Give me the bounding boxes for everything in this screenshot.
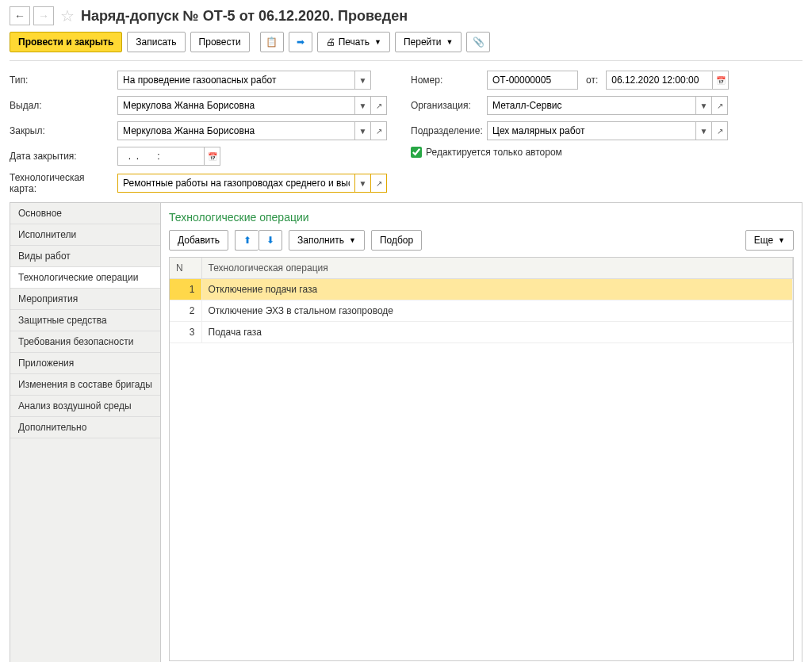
sidebar-item-main[interactable]: Основное <box>10 203 160 224</box>
org-field[interactable] <box>487 96 696 115</box>
col-op[interactable]: Технологическая операция <box>201 258 793 279</box>
fill-button[interactable]: Заполнить ▼ <box>289 230 365 251</box>
type-field[interactable] <box>117 71 355 90</box>
sidebar-item-protective[interactable]: Защитные средства <box>10 310 160 331</box>
print-button[interactable]: 🖨 Печать ▼ <box>317 32 390 52</box>
caret-down-icon: ▼ <box>446 38 453 46</box>
dept-field[interactable] <box>487 121 696 140</box>
type-label: Тип: <box>10 75 113 86</box>
type-dropdown[interactable]: ▼ <box>355 71 371 90</box>
arrow-up-icon: ⬆ <box>243 235 251 246</box>
sidebar-item-brigade-changes[interactable]: Изменения в составе бригады <box>10 374 160 396</box>
printer-icon: 🖨 <box>326 36 335 48</box>
caret-down-icon: ▼ <box>349 236 356 244</box>
sidebar-item-additional[interactable]: Дополнительно <box>10 417 160 438</box>
caret-down-icon: ▼ <box>374 38 381 46</box>
sidebar: Основное Исполнители Виды работ Технолог… <box>10 203 161 662</box>
sidebar-item-air-analysis[interactable]: Анализ воздушной среды <box>10 396 160 417</box>
dept-dropdown[interactable]: ▼ <box>696 121 712 140</box>
pick-button[interactable]: Подбор <box>371 230 422 251</box>
forward-action-button[interactable]: ➡ <box>289 32 312 52</box>
tech-card-open[interactable]: ↗ <box>371 174 387 193</box>
sidebar-item-attachments[interactable]: Приложения <box>10 353 160 374</box>
col-n[interactable]: N <box>170 258 201 279</box>
org-label: Организация: <box>411 100 482 111</box>
sidebar-item-activities[interactable]: Мероприятия <box>10 289 160 310</box>
date-field[interactable] <box>606 71 713 90</box>
calendar-button[interactable]: 📋 <box>260 32 284 52</box>
sidebar-item-work-types[interactable]: Виды работ <box>10 246 160 267</box>
table-row[interactable]: 2 Отключение ЭХЗ в стальном газопроводе <box>170 300 793 322</box>
dept-label: Подразделение: <box>411 125 482 136</box>
sidebar-item-tech-ops[interactable]: Технологические операции <box>10 267 160 289</box>
editable-label: Редактируется только автором <box>426 147 562 158</box>
arrow-right-icon: ➡ <box>297 36 304 48</box>
date-label: от: <box>586 75 598 86</box>
issued-open[interactable]: ↗ <box>371 96 387 115</box>
org-dropdown[interactable]: ▼ <box>696 96 712 115</box>
tech-card-field[interactable] <box>117 174 355 193</box>
table-row[interactable]: 3 Подача газа <box>170 322 793 343</box>
section-title: Технологические операции <box>169 211 794 224</box>
post-button[interactable]: Провести <box>190 32 250 52</box>
arrow-down-icon: ⬇ <box>266 235 274 246</box>
close-date-label: Дата закрытия: <box>10 151 113 162</box>
sidebar-item-performers[interactable]: Исполнители <box>10 224 160 246</box>
nav-forward-button[interactable]: → <box>33 6 54 25</box>
add-button[interactable]: Добавить <box>169 230 228 251</box>
post-and-close-button[interactable]: Провести и закрыть <box>10 32 122 52</box>
attachment-button[interactable]: 📎 <box>466 32 490 52</box>
caret-down-icon: ▼ <box>778 236 785 244</box>
editable-checkbox[interactable] <box>411 147 422 158</box>
issued-dropdown[interactable]: ▼ <box>355 96 371 115</box>
close-date-calendar[interactable]: 📅 <box>205 147 220 166</box>
closed-label: Закрыл: <box>10 125 113 136</box>
closed-field[interactable] <box>117 121 355 140</box>
date-calendar[interactable]: 📅 <box>713 71 729 90</box>
table-row[interactable]: 1 Отключение подачи газа <box>170 279 793 300</box>
closed-dropdown[interactable]: ▼ <box>355 121 371 140</box>
dept-open[interactable]: ↗ <box>712 121 728 140</box>
page-title: Наряд-допуск № ОТ-5 от 06.12.2020. Прове… <box>81 8 408 25</box>
operations-table: N Технологическая операция 1 Отключение … <box>170 258 793 343</box>
issued-field[interactable] <box>117 96 355 115</box>
number-field[interactable] <box>487 71 578 90</box>
tech-card-dropdown[interactable]: ▼ <box>355 174 371 193</box>
org-open[interactable]: ↗ <box>712 96 728 115</box>
calendar-icon: 📋 <box>266 36 278 48</box>
save-button[interactable]: Записать <box>127 32 185 52</box>
favorite-star-icon[interactable]: ☆ <box>60 6 75 25</box>
nav-back-button[interactable]: ← <box>10 6 30 25</box>
move-up-button[interactable]: ⬆ <box>235 230 259 251</box>
paperclip-icon: 📎 <box>473 36 485 48</box>
more-button[interactable]: Еще ▼ <box>745 230 794 251</box>
closed-open[interactable]: ↗ <box>371 121 387 140</box>
sidebar-item-safety-req[interactable]: Требования безопасности <box>10 331 160 353</box>
goto-button[interactable]: Перейти ▼ <box>395 32 462 52</box>
tech-card-label: Технологическая карта: <box>10 172 113 194</box>
move-down-button[interactable]: ⬇ <box>259 230 282 251</box>
number-label: Номер: <box>411 75 482 86</box>
close-date-field[interactable] <box>117 147 205 166</box>
issued-label: Выдал: <box>10 100 113 111</box>
